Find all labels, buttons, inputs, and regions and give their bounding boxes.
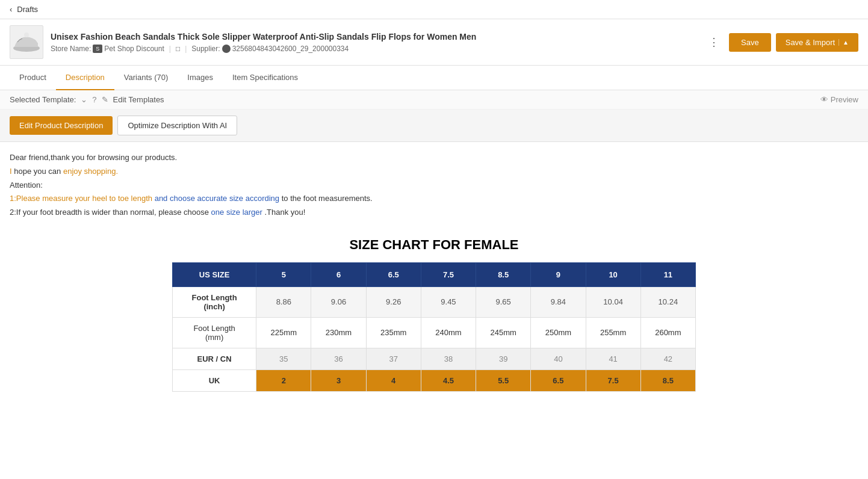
supplier-icon	[222, 45, 231, 53]
size-table: US SIZE 5 6 6.5 7.5 8.5 9 10 11 Foot Len…	[172, 262, 696, 392]
cell-uk-6: 3	[311, 369, 366, 391]
cell-inch-6.5: 9.26	[366, 286, 421, 317]
content-area: Dear friend,thank you for browsing our p…	[0, 142, 868, 443]
template-bar: Selected Template: ⌄ ? ✎ Edit Templates …	[0, 90, 868, 110]
desc-line4: 1:Please measure your heel to toe length…	[10, 193, 858, 205]
header-6.5: 6.5	[366, 262, 421, 286]
cell-inch-11: 10.24	[640, 286, 695, 317]
back-arrow-icon: ‹	[10, 5, 12, 14]
eye-icon: 👁	[820, 95, 828, 104]
template-dropdown-icon[interactable]: ⌄	[81, 95, 87, 104]
edit-product-description-button[interactable]: Edit Product Description	[10, 116, 113, 135]
header-9: 9	[531, 262, 586, 286]
cell-uk-6.5: 4	[366, 369, 421, 391]
cell-inch-10: 10.04	[586, 286, 640, 317]
tab-bar: Product Description Variants (70) Images…	[0, 66, 868, 90]
cell-eur-10: 41	[586, 348, 640, 369]
header-8.5: 8.5	[476, 262, 531, 286]
header-us-size: US SIZE	[173, 262, 256, 286]
cell-uk-10: 7.5	[586, 369, 640, 391]
label-eur-cn: EUR / CN	[173, 348, 256, 369]
tab-item-specifications[interactable]: Item Specifications	[223, 66, 308, 90]
product-thumbnail	[10, 25, 43, 59]
product-title: Unisex Fashion Beach Sandals Thick Sole …	[51, 31, 696, 42]
divider: |	[169, 45, 171, 53]
header-10: 10	[586, 262, 640, 286]
size-chart: SIZE CHART FOR FEMALE US SIZE 5 6 6.5 7.…	[10, 237, 858, 392]
cell-mm-11: 260mm	[640, 317, 695, 348]
store-name-label: Store Name: S Pet Shop Discount	[51, 45, 164, 53]
template-selected-label: Selected Template:	[10, 95, 76, 104]
table-row-foot-mm: Foot Length(mm) 225mm 230mm 235mm 240mm …	[173, 317, 696, 348]
cell-eur-5: 35	[256, 348, 311, 369]
cell-mm-6: 230mm	[311, 317, 366, 348]
cell-inch-8.5: 9.65	[476, 286, 531, 317]
optimize-description-button[interactable]: Optimize Description With AI	[117, 116, 237, 135]
cell-eur-6.5: 37	[366, 348, 421, 369]
tab-description[interactable]: Description	[56, 66, 114, 90]
label-uk: UK	[173, 369, 256, 391]
cell-eur-9: 40	[531, 348, 586, 369]
header-11: 11	[640, 262, 695, 286]
cell-mm-8.5: 245mm	[476, 317, 531, 348]
tab-product[interactable]: Product	[10, 66, 56, 90]
page-icon: □	[176, 45, 180, 53]
header-7.5: 7.5	[421, 262, 476, 286]
cell-eur-11: 42	[640, 348, 695, 369]
header-6: 6	[311, 262, 366, 286]
divider2: |	[185, 45, 187, 53]
cell-mm-9: 250mm	[531, 317, 586, 348]
store-icon: S	[93, 45, 102, 53]
cell-uk-5: 2	[256, 369, 311, 391]
description-text: Dear friend,thank you for browsing our p…	[10, 152, 858, 219]
tab-images[interactable]: Images	[178, 66, 223, 90]
desc-line2: I hope you can enjoy shopping.	[10, 165, 858, 178]
desc-line3: Attention:	[10, 179, 858, 192]
product-info: Unisex Fashion Beach Sandals Thick Sole …	[51, 31, 696, 53]
cell-uk-9: 6.5	[531, 369, 586, 391]
header-5: 5	[256, 262, 311, 286]
top-bar[interactable]: ‹ Drafts	[0, 0, 868, 19]
template-help-icon[interactable]: ?	[92, 95, 96, 104]
preview-button[interactable]: 👁 Preview	[820, 95, 858, 104]
cell-uk-11: 8.5	[640, 369, 695, 391]
label-foot-length-inch: Foot Length(inch)	[173, 286, 256, 317]
more-options-button[interactable]: ⋮	[704, 33, 724, 51]
cell-inch-9: 9.84	[531, 286, 586, 317]
cell-eur-7.5: 38	[421, 348, 476, 369]
svg-point-1	[24, 32, 29, 37]
editor-toolbar: Edit Product Description Optimize Descri…	[0, 110, 868, 142]
cell-mm-5: 225mm	[256, 317, 311, 348]
supplier-label: Supplier: 3256804843042600_29_200000334	[191, 45, 349, 53]
cell-uk-7.5: 4.5	[421, 369, 476, 391]
table-row-eur: EUR / CN 35 36 37 38 39 40 41 42	[173, 348, 696, 369]
cell-eur-8.5: 39	[476, 348, 531, 369]
cell-inch-7.5: 9.45	[421, 286, 476, 317]
desc-line1: Dear friend,thank you for browsing our p…	[10, 152, 858, 164]
cell-uk-8.5: 5.5	[476, 369, 531, 391]
product-header: Unisex Fashion Beach Sandals Thick Sole …	[0, 19, 868, 66]
size-chart-title: SIZE CHART FOR FEMALE	[349, 237, 518, 253]
table-row-uk: UK 2 3 4 4.5 5.5 6.5 7.5 8.5	[173, 369, 696, 391]
save-button[interactable]: Save	[729, 33, 771, 52]
save-import-button[interactable]: Save & Import ▲	[776, 33, 858, 52]
cell-inch-5: 8.86	[256, 286, 311, 317]
header-actions: ⋮ Save Save & Import ▲	[704, 33, 858, 52]
label-foot-length-mm: Foot Length(mm)	[173, 317, 256, 348]
chevron-up-icon: ▲	[839, 39, 849, 46]
cell-mm-10: 255mm	[586, 317, 640, 348]
edit-templates-link[interactable]: Edit Templates	[113, 95, 164, 104]
cell-mm-6.5: 235mm	[366, 317, 421, 348]
cell-eur-6: 36	[311, 348, 366, 369]
desc-line5: 2:If your foot breadth is wider than nor…	[10, 206, 858, 219]
table-row-foot-inch: Foot Length(inch) 8.86 9.06 9.26 9.45 9.…	[173, 286, 696, 317]
cell-mm-7.5: 240mm	[421, 317, 476, 348]
cell-inch-6: 9.06	[311, 286, 366, 317]
table-header-row: US SIZE 5 6 6.5 7.5 8.5 9 10 11	[173, 262, 696, 286]
back-label: Drafts	[17, 5, 38, 14]
tab-variants[interactable]: Variants (70)	[114, 66, 178, 90]
template-edit-icon[interactable]: ✎	[102, 95, 108, 104]
product-meta: Store Name: S Pet Shop Discount | □ | Su…	[51, 45, 696, 53]
